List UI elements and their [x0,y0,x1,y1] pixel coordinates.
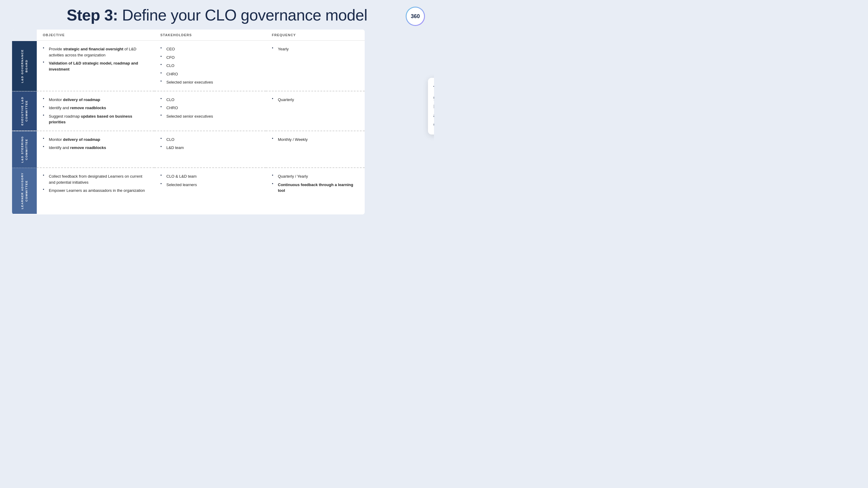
list-item: CLO & L&D team [160,172,260,181]
col-header-label [12,30,37,41]
list-item: CLO [160,61,260,70]
list-item: Quarterly [272,95,359,104]
list-item: CEO [160,45,260,53]
row-executive-frequency: Quarterly [266,91,365,131]
list-item: Continuous feedback through a learning t… [272,181,359,195]
row-learner-frequency: Quarterly / Yearly Continuous feedback t… [266,168,365,214]
row-learner-objectives: Collect feedback from designated Learner… [37,168,154,214]
title-area: Step 3: Define your CLO governance model [12,6,422,24]
page-title: Step 3: Define your CLO governance model [12,6,422,24]
page: 360 Step 3: Define your CLO governance m… [0,0,434,244]
list-item: Monitor delivery of roadmap [43,136,148,144]
row-steering-objectives: Monitor delivery of roadmap Identify and… [37,131,154,168]
row-steering-frequency: Monthly / Weekly [266,131,365,168]
list-item: CHRO [160,70,260,79]
tooltip-text: This governance model can be adapted to … [433,84,434,128]
row-board-frequency: Yearly [266,41,365,91]
list-item: Identify and remove roadblocks [43,144,148,152]
row-board-stakeholders: CEO CFO CLO CHRO Selected senior executi… [154,41,266,91]
title-step-bold: Step 3: [67,6,118,24]
title-step-rest: Define your CLO governance model [118,6,367,24]
row-label-learner: LEARNER ADVISORYCOMMITTEE [12,168,37,214]
row-label-executive: EXECUTIVE L&DCOMMITTEE [12,91,37,131]
list-item: CLO [160,136,260,144]
tooltip-card: ✓ This governance model can be adapted t… [428,78,434,135]
table-row-learner: LEARNER ADVISORYCOMMITTEE Collect feedba… [12,168,365,214]
col-header-stakeholders: STAKEHOLDERS [154,30,266,41]
list-item: Selected senior executives [160,78,260,87]
list-item: Empower Learners as ambassadors in the o… [43,186,148,195]
list-item: CLO [160,95,260,104]
row-executive-stakeholders: CLO CHRO Selected senior executives [154,91,266,131]
row-label-steering: L&D STEERINGCOMMITTEE [12,131,37,168]
list-item: Yearly [272,45,359,53]
table-wrapper: OBJECTIVE STAKEHOLDERS FREQUENCY L&D GOV… [12,30,422,214]
col-header-objective: OBJECTIVE [37,30,154,41]
list-item: Identify and remove roadblocks [43,104,148,112]
list-item: CHRO [160,104,260,112]
table-row-executive: EXECUTIVE L&DCOMMITTEE Monitor delivery … [12,91,365,131]
table-row-steering: L&D STEERINGCOMMITTEE Monitor delivery o… [12,131,365,168]
list-item: Selected learners [160,181,260,189]
badge-360: 360 [406,7,425,26]
list-item: Provide strategic and financial oversigh… [43,45,148,59]
list-item: L&D team [160,144,260,152]
badge-label: 360 [411,13,420,20]
row-learner-stakeholders: CLO & L&D team Selected learners [154,168,266,214]
list-item: CFO [160,53,260,62]
list-item: Collect feedback from designated Learner… [43,172,148,186]
list-item: Validation of L&D strategic model, roadm… [43,59,148,73]
list-item: Suggest roadmap updates based on busines… [43,112,148,126]
governance-table: OBJECTIVE STAKEHOLDERS FREQUENCY L&D GOV… [12,30,365,214]
list-item: Monthly / Weekly [272,136,359,144]
table-row-board: L&D GOVERNANCEBOARD Provide strategic an… [12,41,365,91]
row-board-objectives: Provide strategic and financial oversigh… [37,41,154,91]
row-label-board: L&D GOVERNANCEBOARD [12,41,37,91]
row-steering-stakeholders: CLO L&D team [154,131,266,168]
list-item: Monitor delivery of roadmap [43,95,148,104]
row-executive-objectives: Monitor delivery of roadmap Identify and… [37,91,154,131]
list-item: Quarterly / Yearly [272,172,359,181]
col-header-frequency: FREQUENCY [266,30,365,41]
list-item: Selected senior executives [160,112,260,121]
